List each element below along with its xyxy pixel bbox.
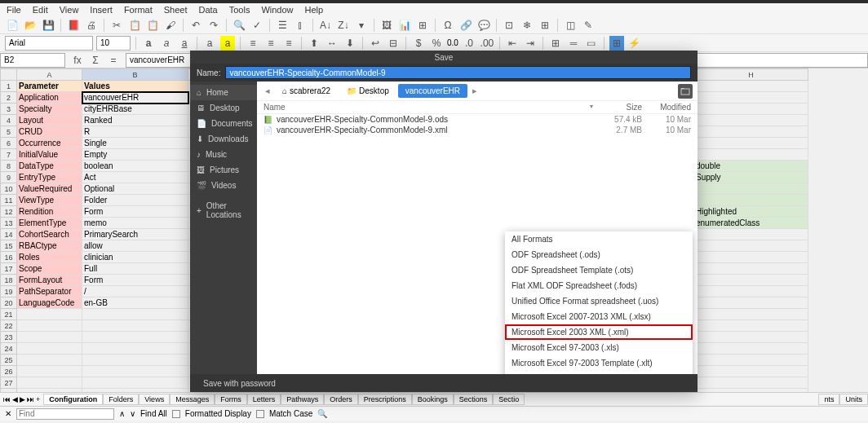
cell[interactable] bbox=[694, 252, 808, 263]
cell[interactable]: Roles bbox=[17, 252, 82, 263]
cell[interactable] bbox=[17, 377, 82, 389]
hyperlink-icon[interactable]: 🔗 bbox=[458, 18, 473, 33]
save-icon[interactable]: 💾 bbox=[41, 18, 55, 33]
col-header-b[interactable]: B bbox=[82, 69, 188, 81]
col-header-h[interactable]: H bbox=[694, 69, 808, 81]
cell[interactable]: / bbox=[82, 286, 188, 297]
row-header[interactable]: 9 bbox=[1, 172, 17, 183]
print-icon[interactable]: 🖨 bbox=[84, 18, 99, 33]
cell[interactable]: enumeratedClass bbox=[694, 218, 808, 229]
sheet-tab[interactable]: Messages bbox=[170, 394, 215, 405]
tab-first-icon[interactable]: ⏮ bbox=[3, 395, 11, 403]
cell[interactable] bbox=[17, 366, 82, 377]
open-icon[interactable]: 📂 bbox=[23, 18, 38, 33]
cell[interactable]: PathSeparator bbox=[17, 286, 82, 297]
format-option[interactable]: Microsoft Excel 2003 XML (.xml) bbox=[505, 324, 693, 340]
cell[interactable] bbox=[694, 355, 808, 366]
sidebar-pictures[interactable]: 🖼Pictures bbox=[190, 162, 257, 178]
row-header[interactable]: 5 bbox=[1, 126, 17, 138]
cell[interactable]: Form bbox=[82, 206, 188, 218]
cell[interactable] bbox=[694, 309, 808, 320]
close-find-icon[interactable]: ✕ bbox=[5, 409, 11, 418]
align-center-icon[interactable]: ≡ bbox=[264, 36, 278, 51]
sheet-tab[interactable]: Units bbox=[839, 394, 868, 405]
cell[interactable]: R bbox=[82, 126, 188, 138]
sort-desc-icon[interactable]: Z↓ bbox=[336, 18, 351, 33]
cell[interactable]: memo bbox=[82, 218, 188, 229]
cell[interactable]: Rendition bbox=[17, 206, 82, 218]
menu-help[interactable]: Help bbox=[305, 5, 324, 15]
cell[interactable]: Parameter bbox=[17, 81, 82, 92]
sidebar-home[interactable]: ⌂Home bbox=[190, 85, 257, 100]
sheet-tab[interactable]: Sections bbox=[454, 394, 494, 405]
cell[interactable] bbox=[694, 115, 808, 126]
valign-mid-icon[interactable]: ↔ bbox=[325, 36, 339, 51]
sheet-tab[interactable]: Pathways bbox=[281, 394, 324, 405]
row-header[interactable]: 24 bbox=[1, 343, 17, 355]
cell[interactable]: Full bbox=[82, 263, 188, 275]
row-header[interactable]: 25 bbox=[1, 355, 17, 366]
cell[interactable] bbox=[17, 355, 82, 366]
row-header[interactable]: 26 bbox=[1, 366, 17, 377]
new-icon[interactable]: 📄 bbox=[5, 18, 20, 33]
headers-icon[interactable]: ⊡ bbox=[502, 18, 516, 33]
equals-icon[interactable]: = bbox=[106, 53, 121, 68]
cell[interactable]: Single bbox=[82, 138, 188, 149]
row-header[interactable]: 2 bbox=[1, 92, 17, 104]
row-header[interactable]: 13 bbox=[1, 218, 17, 229]
condfmt-icon[interactable]: ⚡ bbox=[627, 36, 642, 51]
cell[interactable]: Specialty bbox=[17, 104, 82, 115]
menu-insert[interactable]: Insert bbox=[90, 5, 113, 15]
paintbrush-icon[interactable]: 🖌 bbox=[163, 18, 178, 33]
row-header[interactable]: 3 bbox=[1, 104, 17, 115]
cell[interactable] bbox=[694, 377, 808, 389]
cell[interactable]: Occurrence bbox=[17, 138, 82, 149]
cell[interactable] bbox=[694, 343, 808, 355]
crumb-folder[interactable]: vancouverEHR bbox=[398, 84, 467, 98]
cell[interactable]: Layout bbox=[17, 115, 82, 126]
decimal-inc-icon[interactable]: .0 bbox=[462, 36, 476, 51]
cell[interactable] bbox=[694, 81, 808, 92]
row-header[interactable]: 16 bbox=[1, 252, 17, 263]
cell-reference-input[interactable]: B2 bbox=[0, 53, 65, 68]
cell[interactable] bbox=[82, 320, 188, 332]
cell[interactable]: clinician bbox=[82, 252, 188, 263]
row-header[interactable]: 10 bbox=[1, 183, 17, 195]
tab-next-icon[interactable]: ▶ bbox=[20, 395, 25, 403]
format-option[interactable]: Data Interchange Format (.dif) bbox=[505, 371, 693, 374]
format-option[interactable]: Microsoft Excel 97-2003 (.xls) bbox=[505, 340, 693, 355]
cell[interactable] bbox=[82, 377, 188, 389]
underline-icon[interactable]: a bbox=[177, 36, 192, 51]
function-wizard-icon[interactable]: fx bbox=[70, 53, 85, 68]
indent-inc-icon[interactable]: ⇥ bbox=[523, 36, 538, 51]
cell[interactable] bbox=[82, 332, 188, 343]
cell[interactable] bbox=[17, 309, 82, 320]
borders-icon[interactable]: ⊞ bbox=[548, 36, 563, 51]
cell[interactable] bbox=[694, 297, 808, 309]
row-header[interactable]: 11 bbox=[1, 195, 17, 206]
format-option[interactable]: All Formats bbox=[505, 231, 693, 247]
filename-input[interactable] bbox=[225, 66, 691, 79]
col-header-a[interactable]: A bbox=[17, 69, 82, 81]
cell[interactable] bbox=[17, 343, 82, 355]
sidebar-other[interactable]: +Other Locations bbox=[190, 198, 257, 223]
crumb-fwd-icon[interactable]: ▸ bbox=[469, 86, 480, 96]
bold-icon[interactable]: a bbox=[141, 36, 156, 51]
font-name-select[interactable]: Arial bbox=[5, 36, 93, 51]
sheet-tab[interactable]: Sectio bbox=[493, 394, 525, 405]
special-icon[interactable]: Ω bbox=[441, 18, 455, 33]
row-header[interactable]: 18 bbox=[1, 275, 17, 286]
cell[interactable] bbox=[694, 149, 808, 161]
valign-top-icon[interactable]: ⬆ bbox=[307, 36, 321, 51]
menu-edit[interactable]: Edit bbox=[33, 5, 48, 15]
sidebar-music[interactable]: ♪Music bbox=[190, 147, 257, 162]
cell[interactable]: allow bbox=[82, 240, 188, 252]
find-all-button[interactable]: Find All bbox=[140, 409, 167, 418]
window-icon[interactable]: ◫ bbox=[563, 18, 578, 33]
spellcheck-icon[interactable]: ✓ bbox=[250, 18, 264, 33]
cell[interactable]: Optional bbox=[82, 183, 188, 195]
valign-bot-icon[interactable]: ⬇ bbox=[343, 36, 357, 51]
sheet-tab[interactable]: Folders bbox=[103, 394, 139, 405]
row-header[interactable]: 8 bbox=[1, 161, 17, 172]
menu-window[interactable]: Window bbox=[261, 5, 293, 15]
